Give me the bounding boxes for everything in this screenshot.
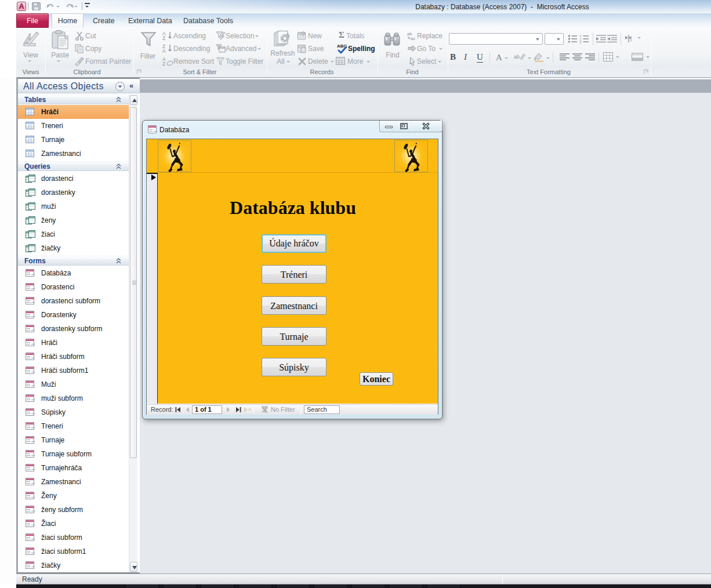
svg-text:¶: ¶ bbox=[629, 35, 632, 42]
svg-text:Z: Z bbox=[162, 35, 165, 41]
svg-text:ab: ab bbox=[514, 54, 520, 60]
svg-text:A: A bbox=[162, 48, 166, 53]
svg-text:ac: ac bbox=[411, 36, 415, 41]
svg-text:...: ... bbox=[220, 49, 223, 52]
svg-text:Z: Z bbox=[162, 61, 165, 66]
svg-text:3: 3 bbox=[580, 41, 582, 43]
